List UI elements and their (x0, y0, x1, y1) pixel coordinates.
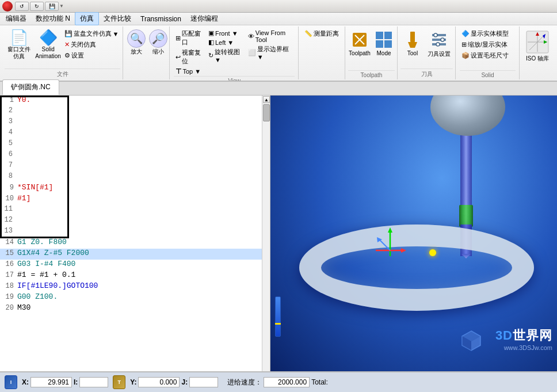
menu-cnc[interactable]: 数控功能 N (31, 13, 75, 25)
menu-sim[interactable]: 仿真 (75, 12, 99, 25)
ribbon-group-view: ⊞ 匹配窗口 ↩ 视窗复位 ⊤ Top ▼ ▣ Front ▼ ◧ (170, 26, 299, 79)
svg-rect-6 (384, 40, 392, 48)
svg-point-13 (441, 38, 444, 41)
disk-sim-icon: 💾 (64, 30, 73, 37)
j-label: J: (181, 378, 188, 386)
iso-axis-button[interactable]: ISO 轴库 (522, 28, 552, 64)
settings-button[interactable]: ⚙ 设置 (63, 51, 121, 60)
line-num-2: 2 (0, 106, 16, 117)
window-sim-button[interactable]: 📄 窗口文件仿真 (5, 28, 34, 62)
measure-dist-button[interactable]: 📏 测量距离 (303, 29, 341, 39)
tool-label: Tool (407, 50, 418, 56)
scale-solid-label: 缩放/显示实体 (468, 40, 508, 49)
view-from-tool-icon: 👁 (248, 33, 254, 40)
rotate-view-button[interactable]: ↻ 旋转视图 ▼ (207, 47, 245, 64)
scroll-thumb[interactable] (263, 104, 270, 121)
view-from-tool-button[interactable]: 👁 View From Tool (246, 29, 295, 44)
toolpath-label: Toolpath (349, 50, 371, 56)
close-sim-button[interactable]: ✕ 关闭仿真 (63, 40, 121, 50)
y-value-input[interactable] (138, 377, 180, 387)
show-bounds-label: 显示边界框 ▼ (257, 45, 293, 60)
zoom-out-button[interactable]: 🔎 缩小 (148, 28, 169, 58)
line-num-17: 17 (1, 271, 17, 279)
svg-line-26 (379, 239, 390, 250)
viewport-watermark: 3D世界网 www.3DSJw.com (495, 327, 552, 351)
zoom-out-label: 缩小 (152, 48, 164, 56)
x-value-input[interactable] (30, 377, 72, 387)
code-scrollbar[interactable]: ▲ (262, 96, 270, 371)
code-line-6: 6 (0, 150, 262, 161)
ribbon-group-toolpath: Toolpath Mode Toolpath (346, 26, 398, 79)
menu-transmission[interactable]: Transmission (136, 14, 186, 24)
feed-rate-label: 进给速度： (227, 378, 262, 387)
progress-indicator (275, 323, 281, 325)
left-view-icon: ◧ (208, 39, 214, 46)
front-view-label: Front ▼ (215, 30, 238, 37)
line-content-10: #1] (17, 194, 30, 203)
show-solid-button[interactable]: 🔷 显示实体模型 (460, 29, 510, 39)
dropdown-arrow[interactable]: ▼ (60, 2, 63, 11)
scroll-up-button[interactable]: ▲ (263, 96, 270, 103)
view-from-tool-label: View From Tool (255, 29, 293, 43)
menu-mini[interactable]: 迷你编程 (186, 13, 223, 25)
scale-solid-icon: ⊞ (461, 41, 467, 48)
tool-icon (402, 29, 423, 50)
line-num-1: 1 (1, 96, 17, 104)
svg-point-14 (436, 43, 440, 46)
line-num-7: 7 (0, 161, 16, 172)
redo-button[interactable]: ↻ (30, 2, 44, 11)
app-logo (2, 1, 13, 12)
watermark-logo: 3D世界网 (495, 327, 552, 344)
progress-bar[interactable] (275, 296, 281, 337)
left-view-button[interactable]: ◧ Left ▼ (207, 38, 245, 47)
fit-window-label: 匹配窗口 (182, 29, 203, 47)
x-label: X: (22, 378, 29, 386)
show-solid-label: 显示实体模型 (471, 29, 509, 38)
cube-logo (460, 329, 482, 353)
window-sim-icon: 📄 (10, 29, 28, 46)
y-label: Y: (130, 378, 136, 386)
top-view-button[interactable]: ⊤ Top ▼ (174, 67, 205, 76)
file-tab[interactable]: 铲倒圆角.NC (2, 79, 59, 95)
show-bounds-button[interactable]: ⬜ 显示边界框 ▼ (246, 44, 295, 61)
menu-compare[interactable]: 文件比较 (99, 13, 136, 25)
svg-rect-5 (376, 40, 383, 48)
disk-sim-button[interactable]: 💾 蓝盘文件仿真▼ (63, 29, 121, 39)
iso-axis-label: ISO 轴库 (526, 55, 549, 63)
fit-window-button[interactable]: ⊞ 匹配窗口 (174, 29, 205, 47)
ring-container (293, 213, 540, 311)
mode-label: Mode (376, 50, 391, 56)
coord-axes (373, 224, 407, 259)
stock-size-button[interactable]: 📦 设置毛坯尺寸 (460, 51, 510, 60)
toolpath-button[interactable]: Toolpath (348, 28, 371, 58)
feed-rate-input[interactable] (264, 377, 310, 387)
total-label: Total: (311, 378, 328, 386)
i-label: I: (74, 378, 78, 386)
tool-button[interactable]: Tool (400, 28, 425, 58)
undo-button[interactable]: ↺ (15, 2, 29, 11)
ribbon-group-iso: ISO 轴库 (520, 26, 555, 79)
ribbon-group-file: 📄 窗口文件仿真 🔷 SolidAnimation 💾 蓝盘文件仿真▼ ✕ 关闭… (2, 26, 123, 79)
mode-button[interactable]: Mode (372, 28, 395, 58)
code-line-4: 4 (0, 128, 262, 139)
front-view-button[interactable]: ▣ Front ▼ (207, 29, 245, 37)
reset-view-icon: ↩ (176, 54, 181, 61)
left-view-label: Left ▼ (215, 39, 234, 46)
solid-anim-button[interactable]: 🔷 SolidAnimation (36, 28, 60, 62)
line-content-14: G1 Z0. F800 (17, 238, 67, 246)
iso-axis-icon (525, 29, 550, 55)
code-line-15[interactable]: 15 G1X#4 Z-#5 F2000 (0, 249, 262, 260)
ring-main (299, 224, 534, 311)
scale-solid-button[interactable]: ⊞ 缩放/显示实体 (460, 40, 509, 50)
tool-settings-button[interactable]: 刀具设置 (426, 28, 452, 60)
menu-editor[interactable]: 编辑器 (1, 13, 31, 25)
svg-point-12 (434, 33, 437, 37)
code-line-10: 10 #1] (0, 194, 262, 205)
close-sim-icon: ✕ (64, 41, 70, 48)
j-value-input[interactable] (189, 377, 218, 387)
rotate-view-label: 旋转视图 ▼ (215, 48, 243, 63)
save-button[interactable]: 💾 (45, 2, 59, 11)
reset-view-button[interactable]: ↩ 视窗复位 (174, 48, 205, 66)
zoom-in-button[interactable]: 🔍 放大 (126, 28, 147, 58)
i-value-input[interactable] (79, 377, 108, 387)
